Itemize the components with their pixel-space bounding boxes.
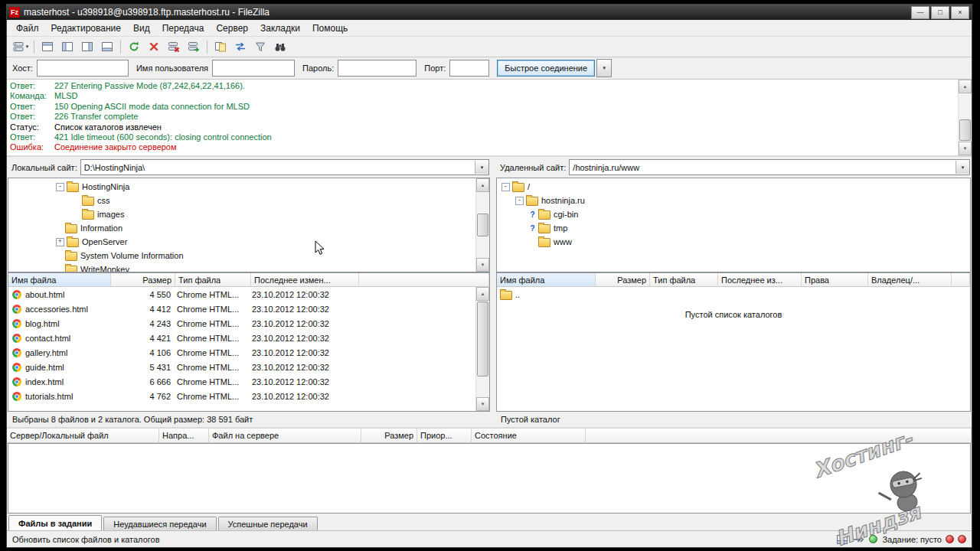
scroll-up-icon[interactable]: ▲ <box>476 178 489 192</box>
tab-successful-transfers[interactable]: Успешные передачи <box>218 517 318 530</box>
disconnect-button[interactable] <box>164 37 184 56</box>
column-header-status[interactable]: Состояние <box>472 429 586 443</box>
toggle-remote-tree-button[interactable] <box>77 37 97 56</box>
column-header-size[interactable]: Размер <box>596 273 650 287</box>
password-input[interactable] <box>338 60 416 77</box>
local-file-rows: about.html 4 550 Chrome HTML... 23.10.20… <box>8 287 476 411</box>
username-input[interactable] <box>212 60 295 77</box>
tab-failed-transfers[interactable]: Неудавшиеся передачи <box>103 517 216 530</box>
scrollbar-thumb[interactable] <box>477 214 488 236</box>
log-scrollbar[interactable]: ▲ ▼ <box>958 80 972 155</box>
scroll-up-icon[interactable]: ▲ <box>959 80 972 93</box>
column-header-permissions[interactable]: Права <box>802 273 868 287</box>
file-row[interactable]: blog.html 4 243 Chrome HTML... 23.10.201… <box>8 316 476 331</box>
file-row[interactable]: index.html 6 666 Chrome HTML... 23.10.20… <box>8 374 476 389</box>
column-header-name[interactable]: Имя файла <box>497 273 596 287</box>
toggle-queue-button[interactable] <box>97 37 117 56</box>
expander-minus-icon[interactable]: - <box>515 197 524 205</box>
expander-minus-icon[interactable]: - <box>56 183 64 191</box>
tree-item-hostingninja[interactable]: - HostingNinja <box>8 180 476 194</box>
menu-item-server[interactable]: Сервер <box>210 21 254 35</box>
expander-plus-icon[interactable]: + <box>56 238 64 246</box>
scroll-up-icon[interactable]: ▲ <box>476 287 489 301</box>
site-manager-button[interactable]: ▼ <box>11 37 31 56</box>
tree-item-system-volume-information[interactable]: System Volume Information <box>8 249 476 262</box>
file-row[interactable]: about.html 4 550 Chrome HTML... 23.10.20… <box>8 287 476 302</box>
column-header-size[interactable]: Размер <box>361 429 417 443</box>
chevron-down-icon[interactable]: ▼ <box>475 161 488 174</box>
folder-icon <box>67 183 79 192</box>
tree-item-tmp[interactable]: ? tmp <box>497 221 970 235</box>
minimize-button[interactable]: — <box>911 6 929 19</box>
scroll-down-icon[interactable]: ▼ <box>476 397 489 411</box>
tree-item-writemonkey[interactable]: WriteMonkey <box>8 262 476 272</box>
find-files-button[interactable] <box>270 37 290 56</box>
parent-directory-row[interactable]: .. <box>497 287 970 302</box>
column-header-priority[interactable]: Приор... <box>417 429 472 443</box>
tree-item-label: Information <box>80 223 122 233</box>
local-list-scrollbar[interactable]: ▲ ▼ <box>475 287 489 411</box>
column-header-server-local-file[interactable]: Сервер/Локальный файл <box>7 429 159 443</box>
file-row[interactable]: tutorials.html 4 762 Chrome HTML... 23.1… <box>8 389 476 403</box>
local-site-combo[interactable]: D:\HostingNinja\ ▼ <box>80 159 489 175</box>
directory-comparison-button[interactable] <box>211 37 230 56</box>
file-row[interactable]: gallery.html 4 106 Chrome HTML... 23.10.… <box>8 345 476 360</box>
column-header-direction[interactable]: Напра... <box>159 429 209 443</box>
quickconnect-bar: Хост: Имя пользователя Пароль: Порт: Быс… <box>7 57 972 80</box>
tree-item-css[interactable]: css <box>8 194 476 207</box>
toggle-message-log-button[interactable] <box>38 37 57 56</box>
column-header-modified[interactable]: Последнее измен... <box>251 273 359 287</box>
menu-item-help[interactable]: Помощь <box>306 21 354 35</box>
scroll-down-icon[interactable]: ▼ <box>959 142 972 155</box>
host-input[interactable] <box>37 60 129 77</box>
tree-item-hostninja-ru[interactable]: - hostninja.ru <box>497 194 970 207</box>
tree-item-images[interactable]: images <box>8 207 476 221</box>
column-header-owner[interactable]: Владелец/... <box>868 273 952 287</box>
remote-site-combo[interactable]: /hostninja.ru/www ▼ <box>569 159 970 175</box>
remote-selection-status: Пустой каталог <box>495 412 972 427</box>
reconnect-button[interactable] <box>184 37 204 56</box>
column-header-remote-file[interactable]: Файл на сервере <box>209 429 361 443</box>
column-header-name[interactable]: Имя файла <box>8 273 111 287</box>
expander-minus-icon[interactable]: - <box>501 183 510 191</box>
tab-queued-files[interactable]: Файлы в задании <box>8 515 102 530</box>
local-site-bar: Локальный сайт: D:\HostingNinja\ ▼ <box>7 157 491 178</box>
menu-item-edit[interactable]: Редактирование <box>45 21 127 35</box>
tree-item-information[interactable]: Information <box>8 221 476 235</box>
file-row[interactable]: accessories.html 4 412 Chrome HTML... 23… <box>8 302 476 316</box>
chrome-file-icon <box>12 305 21 314</box>
scroll-down-icon[interactable]: ▼ <box>476 258 489 272</box>
column-header-size[interactable]: Размер <box>111 273 175 287</box>
close-button[interactable]: × <box>951 6 969 19</box>
quickconnect-button[interactable]: Быстрое соединение <box>497 60 595 77</box>
column-header-modified[interactable]: Последнее из... <box>718 273 802 287</box>
tree-item-www[interactable]: www <box>497 235 970 249</box>
column-header-type[interactable]: Тип файла <box>175 273 251 287</box>
menu-item-file[interactable]: Файл <box>10 21 45 35</box>
tree-item-root[interactable]: - / <box>497 180 970 194</box>
quickconnect-dropdown-button[interactable]: ▼ <box>596 59 612 77</box>
menu-item-transfer[interactable]: Передача <box>156 21 211 35</box>
filter-button[interactable] <box>250 37 270 56</box>
log-line: Ошибка:Соединение закрыто сервером <box>10 142 956 152</box>
local-tree-scrollbar[interactable]: ▲ ▼ <box>475 178 489 272</box>
scrollbar-thumb[interactable] <box>959 119 971 141</box>
refresh-button[interactable] <box>124 37 144 56</box>
tree-item-openserver[interactable]: + OpenServer <box>8 235 476 249</box>
folder-icon <box>65 224 77 233</box>
toggle-local-tree-button[interactable] <box>57 37 77 56</box>
port-input[interactable] <box>449 60 489 77</box>
tree-item-cgi-bin[interactable]: ? cgi-bin <box>497 207 970 221</box>
toggle-queue-view-icon[interactable] <box>835 533 849 546</box>
synchronized-browsing-button[interactable] <box>230 37 250 56</box>
menu-item-bookmarks[interactable]: Закладки <box>254 21 306 35</box>
column-header-type[interactable]: Тип файла <box>650 273 718 287</box>
cancel-button[interactable] <box>144 37 164 56</box>
scrollbar-thumb[interactable] <box>477 302 488 377</box>
speed-limits-icon[interactable] <box>851 533 865 546</box>
chevron-down-icon[interactable]: ▼ <box>956 161 969 174</box>
file-row[interactable]: contact.html 4 421 Chrome HTML... 23.10.… <box>8 331 476 345</box>
maximize-button[interactable]: □ <box>931 6 949 19</box>
file-row[interactable]: guide.html 5 431 Chrome HTML... 23.10.20… <box>8 360 476 374</box>
menu-item-view[interactable]: Вид <box>127 21 156 35</box>
